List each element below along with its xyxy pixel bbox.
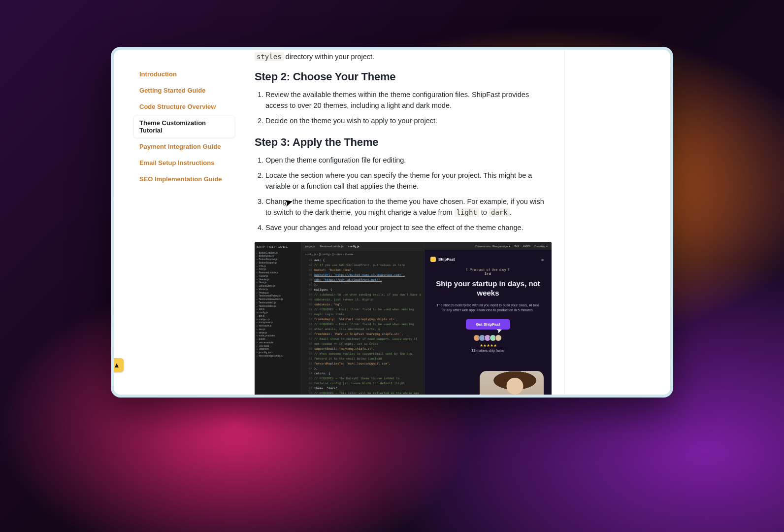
explorer-item[interactable]: .env.example	[257, 341, 299, 344]
list-item: Decide on the theme you wish to apply to…	[265, 115, 552, 126]
explorer-item[interactable]: FAQ.js	[257, 267, 299, 271]
get-shipfast-button[interactable]: Get ShipFast	[466, 319, 510, 330]
makers-tail: makers ship faster	[475, 349, 504, 352]
preview-brand: ShipFast	[430, 257, 543, 262]
explorer-item[interactable]: public	[257, 337, 299, 341]
preview-stars-icon: ★★★★★	[433, 343, 543, 348]
shipfast-logo-icon	[430, 257, 436, 262]
sidebar-item-email-setup[interactable]: Email Setup Instructions	[133, 155, 235, 170]
browser-window-shell: Introduction Getting Started Guide Code …	[111, 47, 673, 398]
explorer-item[interactable]: FeaturesListicle.js	[257, 271, 299, 274]
step-3-heading: Step 3: Apply the Theme	[255, 136, 552, 149]
inline-code-styles: styles	[255, 52, 284, 61]
explorer-item[interactable]: mailgun.js	[257, 318, 299, 321]
explorer-item[interactable]: ButtonPopover.js	[257, 258, 299, 261]
list-item: Open the theme configuration file for ed…	[265, 155, 552, 166]
sidebar-item-introduction[interactable]: Introduction	[133, 66, 235, 82]
sidebar-item-theme-customization[interactable]: Theme Customization Tutorial	[133, 115, 235, 138]
explorer-item[interactable]: mongoose.js	[257, 321, 299, 324]
sidebar-item-code-structure[interactable]: Code Structure Overview	[133, 99, 235, 114]
preview-brand-name: ShipFast	[438, 257, 455, 262]
docs-sidebar: Introduction Getting Started Guide Code …	[114, 50, 242, 395]
right-gutter	[565, 50, 670, 395]
explorer-item[interactable]: api.js	[257, 307, 299, 311]
explorer-item[interactable]: jsconfig.json	[257, 351, 299, 354]
explorer-item[interactable]: next-auth.js	[257, 324, 299, 328]
inline-code-dark: dark	[489, 208, 510, 217]
sidebar-item-seo-guide[interactable]: SEO Implementation Guide	[133, 171, 235, 187]
explorer-item[interactable]: TestimonialsAvatars.js	[257, 298, 299, 301]
device-bar-dimensions[interactable]: Dimensions: Responsive ▾	[475, 244, 510, 248]
explorer-item[interactable]: Footer.js	[257, 274, 299, 278]
explorer-item[interactable]: gpt.js	[257, 314, 299, 318]
step-3-list: Open the theme configuration file for ed…	[255, 155, 552, 233]
preview-avatars	[433, 334, 543, 341]
explorer-item[interactable]: Testimonials1.js	[257, 301, 299, 304]
browser-window: Introduction Getting Started Guide Code …	[114, 50, 670, 395]
webcam-overlay	[480, 371, 544, 395]
preview-hero-sub: The NextJS boilerplate with all you need…	[436, 303, 540, 313]
inline-code-light: light	[455, 208, 479, 217]
explorer-item[interactable]: ButtonGradient.js	[257, 251, 299, 255]
explorer-item[interactable]: LayoutClient.js	[257, 284, 299, 288]
hamburger-menu-icon[interactable]: ≡	[541, 258, 544, 263]
list-item-text: .	[510, 208, 512, 216]
device-bar-zoom[interactable]: 100%	[523, 244, 530, 247]
badge-rank: 3rd	[485, 272, 491, 275]
preview-hero-heading: Ship your startup in days, not weeks	[433, 279, 543, 298]
step-2-heading: Step 2: Choose Your Theme	[255, 70, 552, 83]
editor-tab-active[interactable]: config.js	[348, 245, 359, 248]
device-bar-width[interactable]: 403	[514, 244, 519, 247]
step-2-list: Review the available themes within the t…	[255, 89, 552, 126]
explorer-item[interactable]: ButtonLead.js	[257, 254, 299, 258]
sidebar-item-getting-started[interactable]: Getting Started Guide	[133, 83, 235, 98]
explorer-item[interactable]: ButtonSupport.js	[257, 261, 299, 265]
explorer-item[interactable]: .gitignore	[257, 347, 299, 351]
devtools-device-bar: Dimensions: Responsive ▾ 403 100% Deskto…	[425, 242, 552, 250]
ide-pane: SHIP-FAST-CODE ButtonGradient.jsButtonLe…	[255, 242, 424, 395]
list-item: Locate the section where you can specify…	[265, 170, 552, 192]
explorer-item[interactable]: Modal.js	[257, 288, 299, 291]
device-bar-device[interactable]: Desktop ▾	[534, 244, 548, 248]
explorer-item[interactable]: stripe.js	[257, 331, 299, 334]
explorer-item[interactable]: node_modules	[257, 334, 299, 337]
badge-top-text: Product of the day	[470, 268, 507, 271]
editor-tab[interactable]: FeaturesListicle.js	[320, 245, 343, 248]
list-item: Review the available themes within the t…	[265, 89, 552, 111]
step1-fragment: styles directory within your project.	[255, 53, 552, 61]
explorer-item[interactable]: Testimonials3.js	[257, 304, 299, 308]
editor-tab[interactable]: page.js	[305, 245, 315, 248]
explorer-item[interactable]: CTA.js	[257, 265, 299, 268]
brand-launcher-tab[interactable]: ▲	[114, 358, 124, 372]
embedded-screenshot: SHIP-FAST-CODE ButtonGradient.jsButtonLe…	[255, 242, 552, 395]
editor-tabs: page.js FeaturesListicle.js config.js	[301, 242, 424, 251]
list-item: Save your changes and reload your projec…	[265, 222, 552, 233]
step1-fragment-tail: directory within your project.	[284, 53, 375, 61]
explorer-item[interactable]: seo.js	[257, 328, 299, 331]
ide-editor: page.js FeaturesListicle.js config.js co…	[301, 242, 424, 395]
explorer-item[interactable]: TestimonialRating.js	[257, 294, 299, 298]
ide-explorer: SHIP-FAST-CODE ButtonGradient.jsButtonLe…	[255, 242, 301, 395]
list-item: Change the theme specification to the th…	[265, 196, 552, 218]
article-content: styles directory within your project. St…	[255, 53, 552, 395]
editor-gutter: 4142434445464748495051525354555657585960…	[301, 258, 314, 395]
editor-code: aws: { // If you use AWS S3/CloudFront, …	[314, 258, 422, 395]
preview-makers-line: 32 makers ship faster	[433, 349, 543, 352]
product-hunt-badge: ⸮ Product of the day ⸮ 3rd	[433, 268, 543, 275]
explorer-item[interactable]: Pricing.js	[257, 291, 299, 295]
explorer-header: SHIP-FAST-CODE	[257, 245, 299, 249]
article-main[interactable]: styles directory within your project. St…	[242, 50, 565, 395]
explorer-item[interactable]: next-sitemap.config.js	[257, 354, 299, 358]
sidebar-item-payment-integration[interactable]: Payment Integration Guide	[133, 139, 235, 154]
list-item-text: to	[479, 208, 489, 216]
explorer-item[interactable]: Hero.js	[257, 281, 299, 284]
editor-breadcrumb: config.js › {} config › [] colors › them…	[301, 251, 424, 258]
explorer-item[interactable]: config.js	[257, 311, 299, 314]
explorer-item[interactable]: .env.local	[257, 344, 299, 348]
explorer-item[interactable]: Header.js	[257, 278, 299, 281]
